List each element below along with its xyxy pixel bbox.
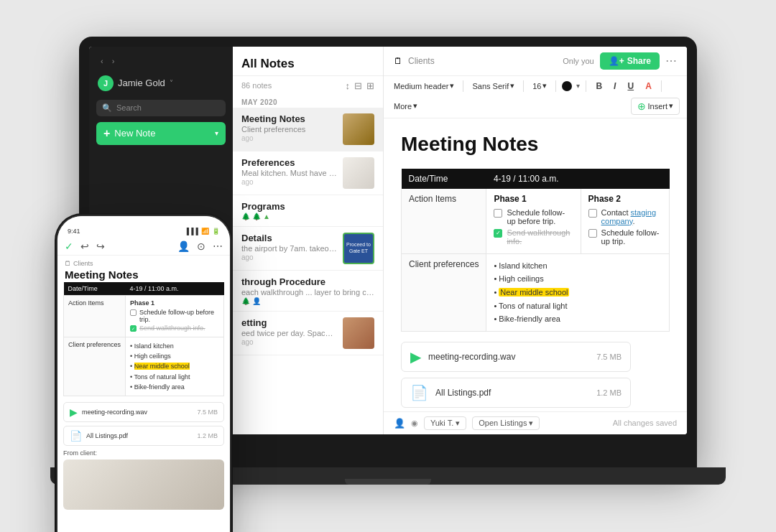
phone-checkbox-2[interactable]: ✓ xyxy=(130,325,137,332)
note-item-5[interactable]: through Procedure each walkthrough ... l… xyxy=(233,271,383,312)
phone-client-prefs-label: Client preferences xyxy=(64,337,126,396)
phone-attachment-wav[interactable]: ▶ meeting-recording.wav 7.5 MB xyxy=(63,402,224,422)
signal-icon: ▐▐▐ xyxy=(185,228,198,235)
toolbar-separator xyxy=(555,80,556,92)
phase1-item-1: Schedule follow-up before trip. xyxy=(494,208,573,225)
nav-back-button[interactable]: ‹ xyxy=(98,55,106,67)
note-item-3[interactable]: Programs 🌲🌲▲ xyxy=(233,195,383,227)
phone-more-icon[interactable]: ⋯ xyxy=(213,241,223,252)
search-bar[interactable]: 🔍 Search xyxy=(96,100,226,116)
chevron-down-icon: ▾ xyxy=(542,81,547,90)
note-subtitle: Meal kitchen. Must have an countertop th… xyxy=(241,169,337,177)
note-item-2[interactable]: Preferences Meal kitchen. Must have an c… xyxy=(233,151,383,195)
checkbox-3[interactable] xyxy=(588,209,597,218)
bold-button[interactable]: B xyxy=(592,79,606,93)
highlighted-pref: Near middle school xyxy=(499,288,569,297)
font-selector[interactable]: Sans Serif ▾ xyxy=(469,79,517,93)
editor-bottombar: 👤 ◉ Yuki T. ▾ Open Listings ▾ All change… xyxy=(384,411,687,434)
insert-button[interactable]: ⊕ Insert ▾ xyxy=(631,98,680,115)
tag-icon: 🌲 xyxy=(241,213,250,220)
phone-wav-name: meeting-recording.wav xyxy=(82,409,147,416)
note-item-1[interactable]: Meeting Notes Client preferences ago xyxy=(233,108,383,151)
wav-file-icon: ▶ xyxy=(410,348,421,365)
more-options-button[interactable]: ⋯ xyxy=(665,54,677,67)
note-item-4[interactable]: Details the airport by 7am. takeoff, che… xyxy=(233,227,383,271)
toolbar-separator xyxy=(586,80,586,92)
phase1-task-1: Schedule follow-up before trip. xyxy=(507,208,573,225)
note-title: through Procedure xyxy=(241,276,374,287)
new-note-button[interactable]: + New Note ▾ xyxy=(96,122,226,145)
notes-actions: ↕ ⊟ ⊞ xyxy=(346,80,375,91)
breadcrumb: Clients xyxy=(408,56,435,66)
attachment-wav-name: meeting-recording.wav xyxy=(428,352,515,362)
new-note-label: New Note xyxy=(114,128,155,139)
phone-toolbar-right: 👤 ⊙ ⋯ xyxy=(177,241,223,252)
yuki-label: Yuki T. xyxy=(430,419,453,427)
phone-title-area: 🗒 Clients Meeting Notes xyxy=(57,256,230,282)
phone-share-icon[interactable]: ⊙ xyxy=(197,241,205,252)
phone-task-1: Schedule follow-up before trip. xyxy=(130,309,219,323)
share-button[interactable]: 👤+ Share xyxy=(600,52,660,70)
note-title: etting xyxy=(241,317,337,328)
sort-icon[interactable]: ↕ xyxy=(346,80,351,91)
phone-user-icon[interactable]: 👤 xyxy=(177,241,190,252)
phase1-task-2: Send walkthrough info. xyxy=(507,228,573,246)
note-subtitle: eed twice per day. Space 2 hours apart. … xyxy=(241,329,337,337)
formatting-toolbar: Medium header ▾ Sans Serif ▾ 16 ▾ xyxy=(384,76,687,118)
staging-company-link[interactable]: staging company xyxy=(601,208,656,225)
chevron-down-icon: ▾ xyxy=(215,129,218,137)
user-name: Jamie Gold xyxy=(118,78,165,88)
phase2-task-1: Contact staging company. xyxy=(601,208,662,225)
underline-button[interactable]: U xyxy=(624,79,637,93)
note-item-6[interactable]: etting eed twice per day. Space 2 hours … xyxy=(233,312,383,355)
phone-notch: 9:41 ▐▐▐ 📶 🔋 xyxy=(57,216,230,238)
phone-note-content: Date/Time 4-19 / 11:00 a.m. Action Items… xyxy=(57,282,230,533)
phone-redo-icon[interactable]: ↪ xyxy=(96,241,105,252)
font-size-selector[interactable]: 16 ▾ xyxy=(530,79,550,93)
attachment-wav-size: 7.5 MB xyxy=(596,353,622,361)
grid-icon[interactable]: ⊞ xyxy=(366,80,374,91)
phone-attachment-pdf[interactable]: 📄 All Listings.pdf 1.2 MB xyxy=(63,426,224,446)
text-color-picker[interactable] xyxy=(562,81,572,91)
phone-note-icon: 🗒 xyxy=(65,260,71,267)
share-status: Only you xyxy=(563,57,593,65)
phase1-cell: Phase 1 Schedule follow-up before trip. … xyxy=(486,189,581,254)
phone-undo-icon[interactable]: ↩ xyxy=(80,241,89,252)
checkbox-2[interactable]: ✓ xyxy=(494,229,502,238)
phone-meeting-table: Date/Time 4-19 / 11:00 a.m. Action Items… xyxy=(63,282,224,397)
checkbox-1[interactable] xyxy=(494,209,502,218)
date-group-label: MAY 2020 xyxy=(233,94,383,108)
yuki-user-button[interactable]: Yuki T. ▾ xyxy=(424,416,466,430)
chevron-down-icon: ▾ xyxy=(413,101,417,111)
attachment-pdf[interactable]: 📄 All Listings.pdf 1.2 MB xyxy=(401,378,631,408)
phase2-header: Phase 2 xyxy=(588,194,662,204)
client-prefs-cell: • Island kitchen • High ceilings • Near … xyxy=(486,253,670,331)
avatar-small: ◉ xyxy=(411,419,418,428)
italic-button[interactable]: I xyxy=(610,79,619,93)
editor-topbar: 🗒 Clients Only you 👤+ Share ⋯ xyxy=(384,47,687,76)
highlight-button[interactable]: A xyxy=(642,79,655,93)
phone-task-2-text: Send walkthrough info. xyxy=(139,325,205,332)
filter-icon[interactable]: ⊟ xyxy=(354,80,362,91)
notes-panel-title: All Notes xyxy=(241,57,295,70)
more-formatting-button[interactable]: More ▾ xyxy=(391,99,420,113)
share-label: Share xyxy=(627,56,651,66)
collaborator-icon: 👤 xyxy=(394,418,405,429)
phone-note-title: Meeting Notes xyxy=(65,269,223,281)
meeting-table: Date/Time 4-19 / 11:00 a.m. Action Items… xyxy=(401,169,670,332)
attachment-wav[interactable]: ▶ meeting-recording.wav 7.5 MB xyxy=(401,342,631,372)
phone-task-2: ✓ Send walkthrough info. xyxy=(130,325,219,332)
note-time: ago xyxy=(241,253,337,261)
nav-arrows: ‹ › xyxy=(98,55,117,67)
checkbox-4[interactable] xyxy=(588,229,597,238)
nav-forward-button[interactable]: › xyxy=(109,55,118,67)
phone-check-icon[interactable]: ✓ xyxy=(65,241,73,252)
open-listings-button[interactable]: Open Listings ▾ xyxy=(472,416,540,430)
user-menu[interactable]: J Jamie Gold ˅ xyxy=(89,73,233,97)
phone-wav-size: 7.5 MB xyxy=(197,409,218,416)
chevron-down-icon[interactable]: ▾ xyxy=(576,82,580,90)
phone-from-client-label: From client: xyxy=(63,449,224,457)
note-title: Preferences xyxy=(241,157,337,168)
phone-checkbox-1[interactable] xyxy=(130,309,137,316)
text-style-selector[interactable]: Medium header ▾ xyxy=(391,79,457,93)
